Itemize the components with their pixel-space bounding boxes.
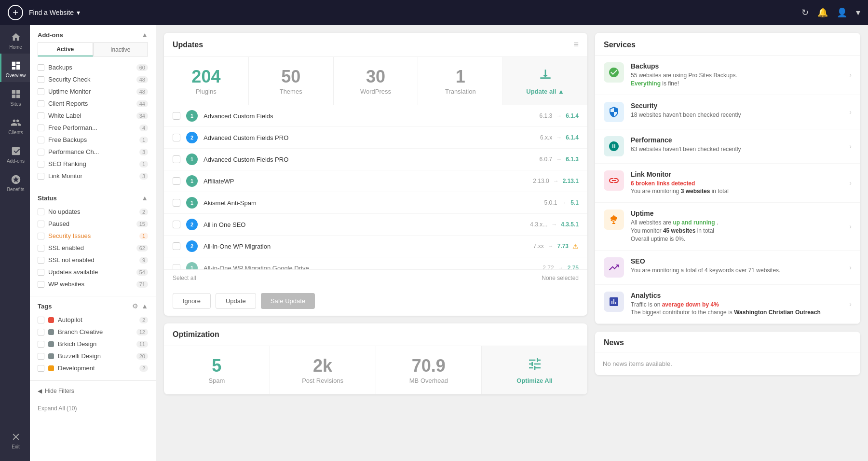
addon-checkbox-link-monitor[interactable] [38,173,44,180]
update-all-label: Update all ▲ [526,88,564,95]
select-all-label[interactable]: Select all [173,275,196,281]
updates-menu-icon[interactable]: ≡ [573,40,579,50]
addon-checkbox-free-performance[interactable] [38,125,44,131]
ignore-button[interactable]: Ignore [173,293,211,309]
addon-checkbox-performance-ch[interactable] [38,149,44,155]
tag-item-development[interactable]: Development 2 [38,362,148,374]
plugin-checkbox[interactable] [173,221,180,228]
update-button[interactable]: Update [216,293,256,309]
inactive-toggle-btn[interactable]: Inactive [93,42,149,56]
security-icon [604,102,624,122]
optimize-all-button[interactable]: Optimize All [482,346,587,394]
addon-checkbox-client-reports[interactable] [38,100,44,107]
addon-checkbox-white-label[interactable] [38,112,44,119]
sidebar-item-clients[interactable]: Clients [0,111,30,139]
addon-item-free-backups[interactable]: Free Backups 1 [38,134,148,146]
addon-item-backups[interactable]: Backups 60 [38,61,148,73]
sidebar-item-addons[interactable]: Add-ons [0,139,30,168]
sidebar-item-benefits[interactable]: Benefits [0,168,30,196]
addon-item-client-reports[interactable]: Client Reports 44 [38,98,148,110]
addon-checkbox-backups[interactable] [38,64,44,71]
service-row-analytics[interactable]: Analytics Traffic is on average down by … [595,285,860,324]
stat-translation[interactable]: 1 Translation [418,57,503,105]
plugin-checkbox[interactable] [173,199,180,207]
plugin-checkbox[interactable] [173,112,180,120]
stat-post-revisions[interactable]: 2k Post Revisions [270,346,376,394]
plugin-checkbox[interactable] [173,155,180,163]
analytics-icon [604,292,624,312]
tag-item-brkich-design[interactable]: Brkich Design 11 [38,338,148,350]
service-row-security[interactable]: Security 18 websites haven't been checke… [595,95,860,129]
tag-dot-development [48,365,54,371]
plugin-checkbox[interactable] [173,242,180,250]
safe-update-button[interactable]: Safe Update [261,293,315,309]
expand-icon[interactable]: ▾ [856,7,860,18]
addon-item-white-label[interactable]: White Label 34 [38,110,148,122]
plugin-versions: 6.0.7 → 6.1.3 [540,156,579,163]
seo-name: SEO [631,257,842,265]
security-info: Security 18 websites haven't been checke… [631,102,842,119]
stat-themes-number: 50 [257,67,326,87]
notifications-icon[interactable]: 🔔 [817,7,828,18]
addon-checkbox-security-check[interactable] [38,76,44,83]
service-row-uptime[interactable]: Uptime All websites are up and running .… [595,203,860,250]
status-item-ssl-enabled[interactable]: SSL enabled 62 [38,242,148,254]
service-row-seo[interactable]: SEO You are monitoring a total of 4 keyw… [595,251,860,285]
addon-item-performance-ch[interactable]: Performance Ch... 3 [38,146,148,158]
status-item-no-updates[interactable]: No updates 2 [38,206,148,218]
status-item-updates-available[interactable]: Updates available 54 [38,266,148,278]
addon-item-security-check[interactable]: Security Check 48 [38,73,148,85]
stat-spam[interactable]: 5 Spam [164,346,270,394]
refresh-icon[interactable]: ↻ [801,7,809,18]
stat-themes[interactable]: 50 Themes [249,57,334,105]
tag-dot-buzzelli-design [48,353,54,359]
find-website-dropdown[interactable]: Find a Website ▾ [29,9,80,16]
sidebar-item-exit[interactable]: Exit [0,425,30,453]
status-collapse-btn[interactable]: ▲ [141,194,148,202]
sidebar-item-sites[interactable]: Sites [0,82,30,111]
addon-checkbox-free-backups[interactable] [38,137,44,143]
addons-collapse-btn[interactable]: ▲ [141,31,148,39]
status-item-wp-websites[interactable]: WP websites 71 [38,278,148,290]
addon-checkbox-uptime-monitor[interactable] [38,88,44,95]
status-item-ssl-not-enabled[interactable]: SSL not enabled 9 [38,254,148,266]
plugin-name: Advanced Custom Fields PRO [203,156,534,163]
service-row-backups[interactable]: Backups 55 websites are using Pro Sites … [595,56,860,95]
tag-item-autopilot[interactable]: Autopilot 2 [38,314,148,326]
plugin-name: Akismet Anti-Spam [203,199,539,207]
addon-item-link-monitor[interactable]: Link Monitor 3 [38,170,148,182]
tags-collapse-btn[interactable]: ▲ [141,302,148,310]
tags-manage-btn[interactable]: ⚙ [132,302,138,310]
status-item-paused[interactable]: Paused 15 [38,218,148,230]
plugin-name: AffiliateWP [203,178,527,185]
active-toggle-btn[interactable]: Active [38,42,93,56]
hide-filters-label: Hide Filters [45,388,74,394]
addon-item-seo-ranking[interactable]: SEO Ranking 1 [38,158,148,170]
addon-checkbox-seo-ranking[interactable] [38,161,44,168]
addon-item-free-performance[interactable]: Free Performan... 4 [38,122,148,134]
sidebar-item-overview[interactable]: Overview [0,54,30,82]
expand-all-button[interactable]: Expand All (10) [30,401,156,418]
sidebar-item-home[interactable]: Home [0,25,30,54]
status-item-security-issues[interactable]: Security Issues 1 [38,230,148,242]
plugin-checkbox[interactable] [173,177,180,185]
svg-rect-0 [12,90,15,94]
plugin-checkbox[interactable] [173,134,180,141]
stat-wordpress[interactable]: 30 WordPress [334,57,419,105]
tags-section-header: Tags ⚙ ▲ [38,302,148,310]
plugin-checkbox[interactable] [173,264,180,269]
update-all-button[interactable]: Update all ▲ [503,57,587,105]
tag-item-branch-creative[interactable]: Branch Creative 12 [38,326,148,338]
analytics-info: Analytics Traffic is on average down by … [631,292,842,317]
hide-filters-button[interactable]: ◀ Hide Filters [30,380,156,401]
addon-item-uptime-monitor[interactable]: Uptime Monitor 48 [38,85,148,98]
add-button[interactable]: + [8,5,23,20]
stat-plugins[interactable]: 204 Plugins [164,57,249,105]
user-icon[interactable]: 👤 [837,7,847,18]
stat-mb-overhead[interactable]: 70.9 MB Overhead [376,346,482,394]
tag-item-buzzelli-design[interactable]: Buzzelli Design 20 [38,350,148,362]
plugin-list-footer: Select all None selected [164,269,587,286]
service-row-performance[interactable]: Performance 63 websites haven't been che… [595,129,860,164]
service-row-link-monitor[interactable]: Link Monitor 6 broken links detected You… [595,164,860,203]
right-column: Services Backups 55 websites are using P… [595,33,860,453]
